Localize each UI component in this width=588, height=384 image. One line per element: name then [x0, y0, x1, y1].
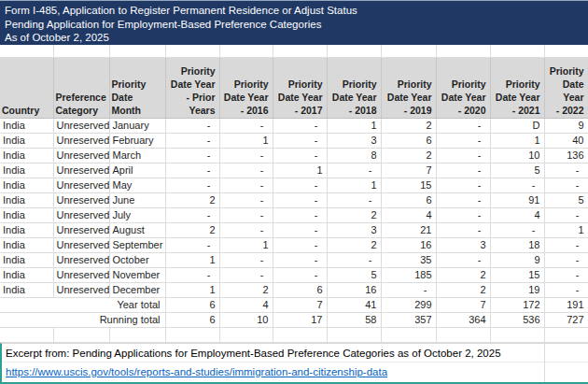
spreadsheet-report: Form I-485, Application to Register Perm… [0, 0, 588, 384]
source-note: Excerpt from: Pending Applications for E… [2, 344, 588, 362]
empty-cell [544, 327, 588, 342]
category-cell: Unreserved [53, 163, 109, 178]
value-cell: - [544, 178, 588, 192]
value-cell: 1 [219, 133, 273, 148]
table-row: IndiaUnreservedSeptember-1-216318- [0, 237, 588, 252]
value-cell: 2 [165, 222, 219, 237]
value-cell: - [219, 192, 273, 207]
country-cell: India [0, 222, 53, 237]
value-cell: - [327, 192, 381, 207]
value-cell: - [544, 252, 588, 267]
table-row: IndiaUnreservedAugust2--321--1 [0, 222, 588, 237]
column-header-row: Country Preference Category Priority Dat… [0, 57, 588, 118]
category-cell: Unreserved [53, 207, 109, 222]
value-cell: - [165, 237, 219, 252]
total-row: Year total647412997172191 [0, 297, 588, 312]
total-value-cell: 191 [544, 297, 588, 312]
value-cell: - [436, 118, 490, 133]
empty-cell [109, 45, 165, 57]
category-cell: Unreserved [53, 148, 109, 163]
value-cell: - [219, 207, 273, 222]
value-cell: 18 [490, 237, 544, 252]
empty-cell [381, 45, 436, 57]
total-row-label: Running total [0, 312, 165, 327]
value-cell: 4 [381, 207, 436, 222]
value-cell: - [219, 222, 273, 237]
value-cell: 15 [490, 267, 544, 282]
category-cell: Unreserved [53, 192, 109, 207]
category-cell: Unreserved [53, 118, 109, 133]
value-cell: - [490, 178, 544, 192]
uscis-data-link[interactable]: https://www.uscis.gov/tools/reports-and-… [2, 363, 387, 377]
value-cell: 9 [544, 118, 588, 133]
value-cell: - [436, 178, 490, 192]
country-cell: India [0, 163, 53, 178]
value-cell: 1 [544, 222, 588, 237]
value-cell: 6 [273, 282, 327, 297]
value-cell: 8 [327, 148, 381, 163]
value-cell: 1 [165, 252, 219, 267]
value-cell: - [273, 207, 327, 222]
total-value-cell: 10 [219, 312, 273, 327]
total-value-cell: 172 [490, 297, 544, 312]
value-cell: - [165, 267, 219, 282]
empty-cell [219, 327, 273, 342]
value-cell: - [436, 222, 490, 237]
value-cell: - [381, 282, 436, 297]
value-cell: - [490, 222, 544, 237]
month-cell: November [109, 267, 165, 282]
value-cell: 5 [327, 267, 381, 282]
value-cell: 16 [327, 282, 381, 297]
country-cell: India [0, 282, 53, 297]
country-cell: India [0, 118, 53, 133]
value-cell: - [273, 222, 327, 237]
total-value-cell: 299 [381, 297, 436, 312]
value-cell: - [273, 237, 327, 252]
value-cell: 2 [381, 118, 436, 133]
value-cell: 15 [381, 178, 436, 192]
total-value-cell: 6 [165, 297, 219, 312]
country-cell: India [0, 192, 53, 207]
value-cell: 2 [327, 237, 381, 252]
column-header-2022: Priority Date Year - 2022 [544, 57, 588, 118]
country-cell: India [0, 252, 53, 267]
value-cell: - [165, 163, 219, 178]
empty-cell [0, 45, 53, 57]
empty-grid-row [0, 327, 588, 342]
month-cell: September [109, 237, 165, 252]
total-value-cell: 17 [273, 312, 327, 327]
value-cell: - [219, 148, 273, 163]
month-cell: April [109, 163, 165, 178]
value-cell: 9 [490, 252, 544, 267]
total-value-cell: 7 [273, 297, 327, 312]
table-row: IndiaUnreservedJanuary---12-D9 [0, 118, 588, 133]
value-cell: - [544, 267, 588, 282]
value-cell: 35 [381, 252, 436, 267]
value-cell: - [165, 207, 219, 222]
value-cell: 3 [327, 222, 381, 237]
total-value-cell: 536 [490, 312, 544, 327]
value-cell: - [544, 163, 588, 178]
value-cell: 1 [327, 178, 381, 192]
column-header-2019: Priority Date Year - 2019 [381, 57, 436, 118]
value-cell: - [219, 163, 273, 178]
value-cell: 2 [219, 282, 273, 297]
value-cell: 19 [490, 282, 544, 297]
empty-cell [381, 327, 436, 342]
spacer-row [0, 45, 588, 57]
value-cell: - [327, 252, 381, 267]
empty-cell [165, 45, 219, 57]
report-title-line-3: As of October 2, 2025 [5, 31, 588, 45]
value-cell: - [273, 118, 327, 133]
value-cell: - [273, 252, 327, 267]
column-header-2021: Priority Date Year - 2021 [490, 57, 544, 118]
source-link-row: https://www.uscis.gov/tools/reports-and-… [2, 362, 588, 379]
value-cell: - [219, 252, 273, 267]
footer: Excerpt from: Pending Applications for E… [0, 343, 588, 384]
value-cell: 1 [490, 133, 544, 148]
month-cell: January [109, 118, 165, 133]
column-header-prior-years: Priority Date Year - Prior Years [165, 57, 219, 118]
value-cell: - [436, 163, 490, 178]
empty-cell [273, 45, 327, 57]
empty-cell [490, 45, 544, 57]
